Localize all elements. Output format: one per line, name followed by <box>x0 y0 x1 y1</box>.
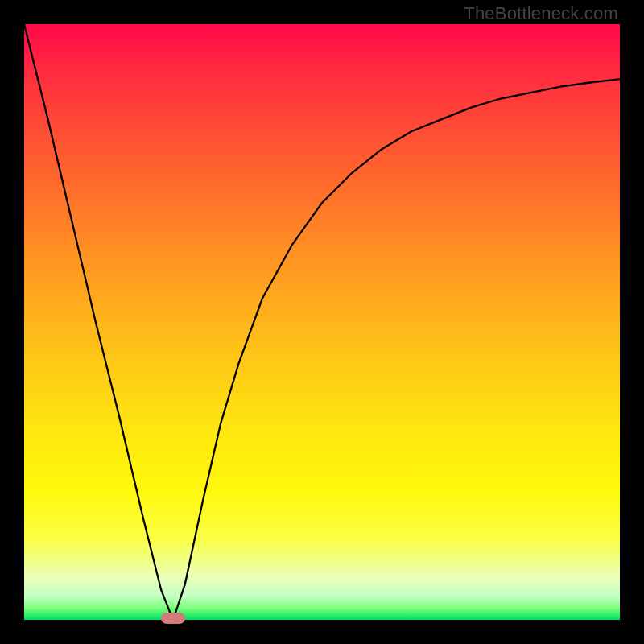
bottleneck-curve <box>24 24 620 620</box>
curve-path <box>24 24 620 620</box>
watermark-text: TheBottleneck.com <box>464 3 618 24</box>
minimum-marker <box>161 613 185 624</box>
chart-frame: TheBottleneck.com <box>0 0 644 644</box>
plot-area <box>24 24 620 620</box>
